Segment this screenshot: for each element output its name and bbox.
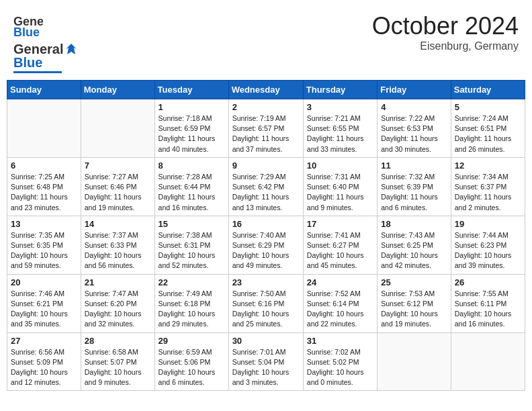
day-detail: Sunrise: 7:46 AMSunset: 6:21 PMDaylight:… [11, 289, 77, 330]
day-number: 3 [307, 102, 373, 112]
calendar-cell: 21Sunrise: 7:47 AMSunset: 6:20 PMDayligh… [81, 274, 154, 332]
calendar-cell: 10Sunrise: 7:31 AMSunset: 6:40 PMDayligh… [303, 157, 377, 216]
day-number: 12 [455, 161, 521, 171]
day-detail: Sunrise: 6:58 AMSunset: 5:07 PMDaylight:… [85, 347, 151, 388]
calendar-table: SundayMondayTuesdayWednesdayThursdayFrid… [7, 80, 525, 391]
calendar-cell: 1Sunrise: 7:18 AMSunset: 6:59 PMDaylight… [154, 99, 228, 158]
calendar-cell: 17Sunrise: 7:41 AMSunset: 6:27 PMDayligh… [303, 216, 377, 274]
day-number: 22 [159, 277, 225, 287]
calendar-cell: 29Sunrise: 6:59 AMSunset: 5:06 PMDayligh… [154, 332, 228, 391]
calendar-cell: 24Sunrise: 7:52 AMSunset: 6:14 PMDayligh… [303, 274, 377, 332]
day-detail: Sunrise: 7:55 AMSunset: 6:11 PMDaylight:… [455, 289, 521, 330]
day-detail: Sunrise: 6:59 AMSunset: 5:06 PMDaylight:… [159, 347, 225, 388]
logo-underline [13, 71, 62, 73]
logo-icon: General Blue [13, 12, 43, 42]
day-detail: Sunrise: 7:49 AMSunset: 6:18 PMDaylight:… [159, 289, 225, 330]
calendar-cell: 11Sunrise: 7:32 AMSunset: 6:39 PMDayligh… [378, 157, 451, 216]
svg-marker-3 [66, 44, 77, 54]
day-detail: Sunrise: 7:27 AMSunset: 6:46 PMDaylight:… [85, 172, 151, 213]
day-number: 27 [11, 336, 77, 346]
day-number: 6 [11, 161, 77, 171]
day-detail: Sunrise: 7:31 AMSunset: 6:40 PMDaylight:… [307, 172, 373, 213]
day-detail: Sunrise: 7:44 AMSunset: 6:23 PMDaylight:… [455, 230, 521, 271]
day-detail: Sunrise: 7:32 AMSunset: 6:39 PMDaylight:… [381, 172, 447, 213]
day-number: 28 [85, 336, 151, 346]
calendar-cell: 27Sunrise: 6:56 AMSunset: 5:09 PMDayligh… [7, 332, 81, 391]
day-detail: Sunrise: 7:37 AMSunset: 6:33 PMDaylight:… [85, 230, 151, 271]
logo-bird-icon [64, 42, 78, 56]
col-header-wednesday: Wednesday [228, 81, 303, 99]
svg-text:Blue: Blue [13, 26, 40, 39]
day-number: 16 [232, 219, 300, 229]
logo: General Blue General Blue [13, 12, 78, 73]
calendar-cell: 23Sunrise: 7:50 AMSunset: 6:16 PMDayligh… [228, 274, 303, 332]
day-number: 21 [85, 277, 151, 287]
calendar-cell: 7Sunrise: 7:27 AMSunset: 6:46 PMDaylight… [81, 157, 154, 216]
day-number: 7 [85, 161, 151, 171]
day-detail: Sunrise: 7:52 AMSunset: 6:14 PMDaylight:… [307, 289, 373, 330]
calendar-cell: 4Sunrise: 7:22 AMSunset: 6:53 PMDaylight… [378, 99, 451, 158]
day-number: 19 [455, 219, 521, 229]
col-header-tuesday: Tuesday [154, 81, 228, 99]
calendar-cell [81, 99, 154, 158]
calendar-cell: 16Sunrise: 7:40 AMSunset: 6:29 PMDayligh… [228, 216, 303, 274]
calendar-cell: 22Sunrise: 7:49 AMSunset: 6:18 PMDayligh… [154, 274, 228, 332]
calendar-cell: 15Sunrise: 7:38 AMSunset: 6:31 PMDayligh… [154, 216, 228, 274]
day-number: 1 [159, 102, 225, 112]
day-number: 2 [232, 102, 300, 112]
day-number: 11 [381, 161, 447, 171]
day-number: 8 [159, 161, 225, 171]
logo-blue: Blue [13, 55, 78, 70]
day-detail: Sunrise: 7:21 AMSunset: 6:55 PMDaylight:… [307, 113, 373, 154]
day-number: 14 [85, 219, 151, 229]
calendar-cell: 2Sunrise: 7:19 AMSunset: 6:57 PMDaylight… [228, 99, 303, 158]
calendar-header-row: SundayMondayTuesdayWednesdayThursdayFrid… [7, 81, 525, 99]
title-block: October 2024 Eisenburg, Germany [372, 12, 519, 52]
day-number: 4 [381, 102, 447, 112]
calendar-cell: 31Sunrise: 7:02 AMSunset: 5:02 PMDayligh… [303, 332, 377, 391]
calendar-cell: 19Sunrise: 7:44 AMSunset: 6:23 PMDayligh… [451, 216, 525, 274]
day-number: 15 [159, 219, 225, 229]
day-number: 26 [455, 277, 521, 287]
calendar-cell: 18Sunrise: 7:43 AMSunset: 6:25 PMDayligh… [378, 216, 451, 274]
col-header-monday: Monday [81, 81, 154, 99]
day-number: 10 [307, 161, 373, 171]
day-detail: Sunrise: 7:02 AMSunset: 5:02 PMDaylight:… [307, 347, 373, 388]
day-number: 30 [232, 336, 300, 346]
calendar-cell: 5Sunrise: 7:24 AMSunset: 6:51 PMDaylight… [451, 99, 525, 158]
day-detail: Sunrise: 7:22 AMSunset: 6:53 PMDaylight:… [381, 113, 447, 154]
day-number: 9 [232, 161, 300, 171]
day-detail: Sunrise: 6:56 AMSunset: 5:09 PMDaylight:… [11, 347, 77, 388]
calendar-week-row: 20Sunrise: 7:46 AMSunset: 6:21 PMDayligh… [7, 274, 525, 332]
day-number: 20 [11, 277, 77, 287]
calendar-cell: 30Sunrise: 7:01 AMSunset: 5:04 PMDayligh… [228, 332, 303, 391]
day-number: 31 [307, 336, 373, 346]
day-detail: Sunrise: 7:34 AMSunset: 6:37 PMDaylight:… [455, 172, 521, 213]
col-header-friday: Friday [378, 81, 451, 99]
calendar-cell: 25Sunrise: 7:53 AMSunset: 6:12 PMDayligh… [378, 274, 451, 332]
day-number: 18 [381, 219, 447, 229]
day-detail: Sunrise: 7:41 AMSunset: 6:27 PMDaylight:… [307, 230, 373, 271]
day-number: 23 [232, 277, 300, 287]
day-detail: Sunrise: 7:29 AMSunset: 6:42 PMDaylight:… [232, 172, 300, 213]
day-number: 24 [307, 277, 373, 287]
calendar-cell: 13Sunrise: 7:35 AMSunset: 6:35 PMDayligh… [7, 216, 81, 274]
calendar-week-row: 6Sunrise: 7:25 AMSunset: 6:48 PMDaylight… [7, 157, 525, 216]
day-detail: Sunrise: 7:28 AMSunset: 6:44 PMDaylight:… [159, 172, 225, 213]
calendar-week-row: 1Sunrise: 7:18 AMSunset: 6:59 PMDaylight… [7, 99, 525, 158]
calendar-cell: 20Sunrise: 7:46 AMSunset: 6:21 PMDayligh… [7, 274, 81, 332]
day-detail: Sunrise: 7:40 AMSunset: 6:29 PMDaylight:… [232, 230, 300, 271]
day-number: 25 [381, 277, 447, 287]
calendar-cell: 3Sunrise: 7:21 AMSunset: 6:55 PMDaylight… [303, 99, 377, 158]
day-detail: Sunrise: 7:01 AMSunset: 5:04 PMDaylight:… [232, 347, 300, 388]
calendar-cell: 14Sunrise: 7:37 AMSunset: 6:33 PMDayligh… [81, 216, 154, 274]
calendar-week-row: 27Sunrise: 6:56 AMSunset: 5:09 PMDayligh… [7, 332, 525, 391]
day-detail: Sunrise: 7:47 AMSunset: 6:20 PMDaylight:… [85, 289, 151, 330]
calendar-cell: 12Sunrise: 7:34 AMSunset: 6:37 PMDayligh… [451, 157, 525, 216]
day-number: 29 [159, 336, 225, 346]
calendar-cell: 9Sunrise: 7:29 AMSunset: 6:42 PMDaylight… [228, 157, 303, 216]
calendar-cell: 26Sunrise: 7:55 AMSunset: 6:11 PMDayligh… [451, 274, 525, 332]
day-detail: Sunrise: 7:38 AMSunset: 6:31 PMDaylight:… [159, 230, 225, 271]
col-header-sunday: Sunday [7, 81, 81, 99]
month-title: October 2024 [372, 12, 519, 40]
